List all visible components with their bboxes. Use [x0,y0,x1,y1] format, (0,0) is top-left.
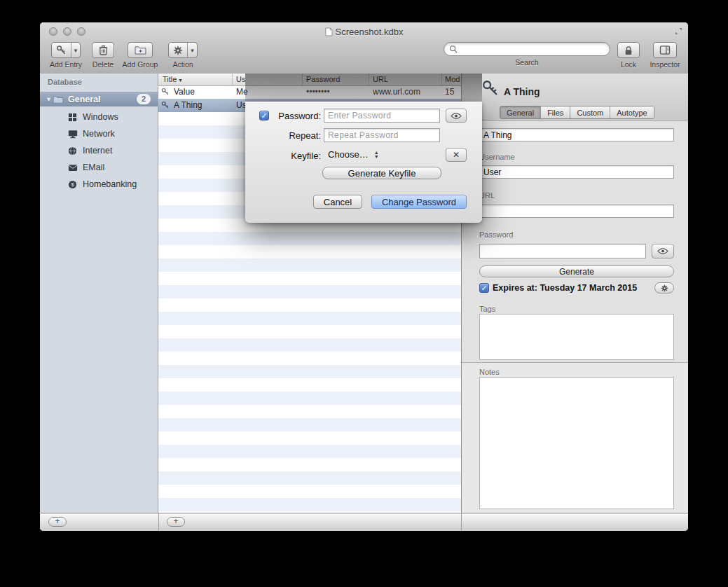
clear-keyfile-button[interactable]: ✕ [446,148,467,162]
keyfile-popup-value: Choose… [328,149,369,160]
add-group-button[interactable] [128,42,153,58]
expires-text: Expires at: Tuesday 17 March 2015 [493,283,637,293]
tab-general[interactable]: General [500,106,540,118]
inspector-panel: A Thing General Files Custom Autotype Us… [461,74,688,513]
tags-label: Tags [479,305,495,313]
inspector-toggle-group: Inspector [647,42,683,69]
change-password-dialog: ✓ Password: Repeat: Keyfile: Choose… ▲▼ … [245,102,482,223]
add-entry-group: ▾ Add Entry [46,42,86,69]
sidebar-item-email[interactable]: EMail [40,159,158,176]
sidebar-item-label: Internet [83,146,112,156]
fullscreen-icon[interactable] [675,27,682,35]
dialog-keyfile-label: Keyfile: [270,151,321,161]
sort-arrow-icon: ▾ [179,77,181,83]
change-password-button[interactable]: Change Password [371,195,467,209]
password-enable-checkbox[interactable]: ✓ [259,111,269,120]
generate-keyfile-button[interactable]: Generate Keyfile [322,167,441,179]
sidebar-item-label: EMail [83,163,104,172]
expires-options-button[interactable] [654,282,674,294]
add-group-group: Add Group [119,42,161,69]
entry-title: A Thing [174,100,202,110]
chevron-down-icon[interactable]: ▾ [71,43,81,57]
username-field[interactable] [479,165,674,179]
gear-icon [169,43,187,57]
search-label: Search [515,58,538,67]
key-icon [161,101,170,109]
tab-custom[interactable]: Custom [570,106,610,118]
lock-icon [624,46,633,55]
notes-field[interactable] [479,377,674,509]
expires-row: ✓ Expires at: Tuesday 17 March 2015 [479,283,637,293]
search-group: Search [443,42,611,67]
notes-section: Notes [462,362,688,513]
window-title: Screenshot.kdbx [40,27,688,37]
search-input[interactable] [444,42,610,56]
tags-field[interactable] [479,314,674,360]
dialog-password-label: Password: [270,111,321,121]
action-group: ▾ Action [165,42,200,69]
envelope-icon [68,164,78,172]
key-icon [161,88,170,96]
sidebar-item-internet[interactable]: Internet [40,142,158,159]
svg-text:$: $ [71,181,74,188]
password-field[interactable] [479,244,646,258]
search-icon [449,45,458,53]
column-header-username[interactable]: Us [236,75,245,83]
eye-icon [451,113,462,119]
windows-icon [68,113,78,122]
add-entry-footer-button[interactable]: + [167,517,185,527]
delete-button[interactable] [92,42,114,58]
url-field[interactable] [479,205,674,218]
column-header-title[interactable]: Title ▾ [163,75,181,83]
inspector-toggle-button[interactable] [653,42,677,58]
app-window: Screenshot.kdbx ▾ Add Entry [40,22,688,531]
group-label: General [68,95,101,104]
add-group-label: Add Group [123,60,158,69]
sidebar-item-windows[interactable]: Windows [40,109,158,125]
dialog-password-input[interactable] [324,109,440,123]
lock-label: Lock [621,60,636,69]
window-header: Screenshot.kdbx ▾ Add Entry [40,22,688,74]
add-entry-button[interactable]: ▾ [51,42,81,58]
sheet-shadow [245,74,482,102]
cancel-button[interactable]: Cancel [313,195,362,209]
sidebar-item-label: Windows [83,112,118,122]
tab-autotype[interactable]: Autotype [610,106,653,118]
document-icon [325,27,333,36]
gear-icon [661,284,668,292]
password-label: Password [479,230,513,239]
action-button[interactable]: ▾ [168,42,198,58]
disclosure-triangle-icon[interactable]: ▼ [46,96,53,103]
reveal-password-button[interactable] [652,244,674,258]
desktop-background: Screenshot.kdbx ▾ Add Entry [0,0,728,587]
sidebar-item-network[interactable]: Network [40,125,158,142]
tab-files[interactable]: Files [540,106,570,118]
popup-arrows-icon: ▲▼ [374,151,379,159]
add-group-footer-button[interactable]: + [48,517,67,527]
sidebar-item-label: Network [83,129,115,139]
dialog-repeat-label: Repeat: [270,130,321,141]
inspector-entry-title: A Thing [504,86,540,97]
sidebar-item-homebanking[interactable]: $ Homebanking [40,176,158,193]
trash-icon [99,45,108,55]
key-plus-icon [52,43,71,57]
dialog-repeat-input[interactable] [324,128,440,142]
chevron-down-icon[interactable]: ▾ [187,43,197,57]
group-count-badge: 2 [137,94,151,104]
inspector-label: Inspector [650,60,680,69]
close-x-icon: ✕ [453,150,460,160]
sidebar-group-general[interactable]: ▼ General 2 [40,92,158,106]
title-field[interactable] [479,128,674,141]
dialog-reveal-password-button[interactable] [446,109,467,123]
generate-password-button[interactable]: Generate [479,265,674,277]
expires-checkbox[interactable]: ✓ [479,283,489,293]
coin-icon: $ [68,180,78,189]
monitor-icon [68,130,78,139]
add-entry-label: Add Entry [50,60,82,69]
eye-icon [657,248,668,254]
keyfile-popup[interactable]: Choose… ▲▼ [328,149,379,160]
globe-icon [68,146,78,156]
lock-button[interactable] [617,42,640,58]
database-section-header: Database [48,78,82,86]
username-label: Username [479,153,515,161]
